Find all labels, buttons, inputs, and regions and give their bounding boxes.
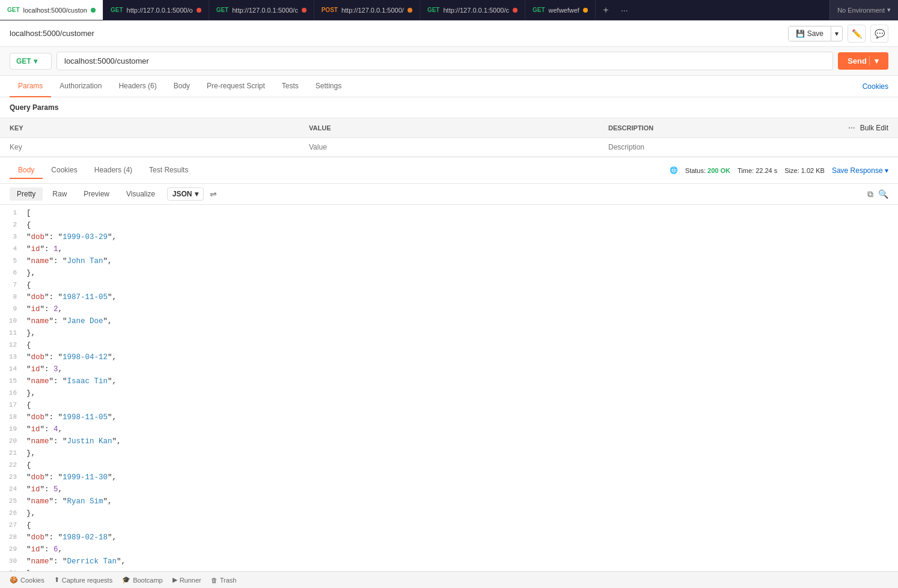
key-input[interactable]: [10, 143, 290, 151]
json-line: 15 "name": "Isaac Tin",: [0, 375, 898, 387]
tab-status-dot: [583, 8, 588, 13]
json-response-body: 1[2 {3 "dob": "1999-03-29",4 "id": 1,5 "…: [0, 205, 898, 578]
resp-tab-test-results[interactable]: Test Results: [141, 162, 197, 179]
tab-method-label: GET: [216, 7, 229, 13]
json-line: 14 "id": 3,: [0, 363, 898, 375]
chevron-down-icon: ▾: [34, 57, 37, 65]
send-button[interactable]: Send ▾: [838, 52, 888, 70]
bottom-cookies[interactable]: 🍪 Cookies: [10, 576, 44, 584]
tab-pre-request-script[interactable]: Pre-request Script: [198, 76, 273, 97]
view-tab-preview[interactable]: Preview: [76, 187, 117, 201]
tab-post-127[interactable]: POST http://127.0.0.1:5000/: [314, 0, 420, 20]
tab-params[interactable]: Params: [10, 76, 51, 97]
json-line: 22 {: [0, 459, 898, 471]
bottom-trash[interactable]: 🗑 Trash: [211, 577, 237, 584]
tab-body[interactable]: Body: [165, 76, 198, 97]
params-table: KEY VALUE DESCRIPTION ··· Bulk Edit: [0, 118, 898, 157]
save-dropdown-button[interactable]: ▾: [831, 26, 842, 41]
json-line: 27 {: [0, 520, 898, 532]
url-input[interactable]: [57, 52, 833, 70]
format-selector[interactable]: JSON ▾: [167, 187, 204, 201]
comment-button[interactable]: 💬: [870, 25, 888, 43]
bottom-capture-requests[interactable]: ⬆ Capture requests: [54, 576, 112, 584]
tab-url-label: http://127.0.0.1:5000/c: [232, 7, 298, 14]
view-tab-visualize[interactable]: Visualize: [119, 187, 162, 201]
save-icon: 💾: [796, 29, 805, 38]
bottom-bootcamp[interactable]: 🎓 Bootcamp: [122, 576, 163, 584]
search-button[interactable]: 🔍: [878, 189, 888, 199]
chevron-down-icon: ▾: [887, 6, 891, 14]
tab-authorization[interactable]: Authorization: [51, 76, 110, 97]
tab-get-127-1[interactable]: GET http://127.0.0.1:5000/o: [103, 0, 209, 20]
view-tab-pretty[interactable]: Pretty: [10, 187, 43, 201]
value-input[interactable]: [309, 143, 589, 151]
json-line: 11 },: [0, 327, 898, 339]
new-tab-button[interactable]: +: [596, 0, 616, 20]
json-line: 13 "dob": "1998-04-12",: [0, 351, 898, 363]
comment-icon: 💬: [875, 29, 885, 38]
json-line: 20 "name": "Justin Kan",: [0, 435, 898, 447]
json-line: 30 "name": "Derrick Tan",: [0, 556, 898, 568]
json-line: 19 "id": 4,: [0, 423, 898, 435]
json-line: 3 "dob": "1999-03-29",: [0, 231, 898, 243]
resp-tab-cookies[interactable]: Cookies: [43, 162, 85, 179]
view-tab-raw[interactable]: Raw: [45, 187, 74, 201]
tab-url-label: http://127.0.0.1:5000/: [341, 7, 404, 14]
json-line: 1[: [0, 207, 898, 219]
tab-get-wef[interactable]: GET wefwefwef: [525, 0, 596, 20]
title-bar: localhost:5000/customer 💾 Save ▾ ✏️ 💬: [0, 20, 898, 47]
send-label: Send: [848, 56, 867, 65]
more-tabs-button[interactable]: ···: [616, 5, 633, 15]
save-label: Save: [807, 29, 823, 38]
json-line: 4 "id": 1,: [0, 243, 898, 255]
bottom-bar: 🍪 Cookies ⬆ Capture requests 🎓 Bootcamp …: [0, 571, 898, 588]
title-actions: 💾 Save ▾ ✏️ 💬: [788, 25, 888, 43]
json-line: 10 "name": "Jane Doe",: [0, 315, 898, 327]
json-line: 9 "id": 2,: [0, 303, 898, 315]
query-params-header: Query Params: [0, 97, 898, 118]
capture-icon: ⬆: [54, 576, 60, 584]
copy-button[interactable]: ⧉: [867, 189, 873, 199]
tab-url-label: localhost:5000/custon: [23, 7, 87, 14]
tab-status-dot: [302, 8, 307, 13]
json-line: 17 {: [0, 399, 898, 411]
time-label: Time: 22.24 s: [738, 167, 777, 174]
format-label: JSON: [173, 190, 192, 198]
bulk-edit-button[interactable]: Bulk Edit: [860, 124, 888, 132]
tab-method-label: GET: [111, 7, 123, 13]
bootcamp-icon: 🎓: [122, 576, 130, 584]
tab-method-label: GET: [427, 7, 440, 13]
tab-settings[interactable]: Settings: [307, 76, 350, 97]
method-selector[interactable]: GET ▾: [10, 53, 52, 70]
save-button[interactable]: 💾 Save: [789, 26, 831, 41]
send-dropdown-arrow[interactable]: ▾: [869, 56, 879, 65]
response-status-bar: 🌐 Status: 200 OK Time: 22.24 s Size: 1.0…: [670, 166, 888, 175]
tab-status-dot: [408, 8, 412, 13]
tab-get-127-3[interactable]: GET http://127.0.0.1:5000/c: [420, 0, 525, 20]
json-line: 8 "dob": "1987-11-05",: [0, 291, 898, 303]
resp-tab-body[interactable]: Body: [10, 162, 43, 179]
chevron-down-icon: ▾: [885, 166, 888, 175]
tab-method-label: GET: [7, 7, 20, 13]
status-code: 200 OK: [707, 167, 730, 174]
tab-status-dot: [197, 8, 201, 13]
tab-headers[interactable]: Headers (6): [110, 76, 165, 97]
bottom-runner[interactable]: ▶ Runner: [173, 576, 201, 584]
save-response-button[interactable]: Save Response ▾: [832, 166, 888, 175]
edit-button[interactable]: ✏️: [848, 25, 866, 43]
request-title: localhost:5000/customer: [10, 29, 94, 38]
size-label: Size: 1.02 KB: [784, 167, 825, 174]
wrap-lines-button[interactable]: ⇌: [210, 189, 217, 199]
json-line: 2 {: [0, 219, 898, 231]
description-input[interactable]: [608, 143, 888, 151]
environment-selector[interactable]: No Environment ▾: [829, 0, 898, 20]
resp-tab-headers[interactable]: Headers (4): [86, 162, 141, 179]
params-more-button[interactable]: ···: [848, 123, 855, 133]
tab-get-customer[interactable]: GET localhost:5000/custon: [0, 0, 103, 20]
runner-icon: ▶: [173, 576, 177, 584]
tab-tests[interactable]: Tests: [273, 76, 307, 97]
json-line: 16 },: [0, 387, 898, 399]
chevron-down-icon: ▾: [195, 190, 198, 198]
tab-get-127-2[interactable]: GET http://127.0.0.1:5000/c: [209, 0, 314, 20]
cookies-link[interactable]: Cookies: [863, 76, 888, 97]
